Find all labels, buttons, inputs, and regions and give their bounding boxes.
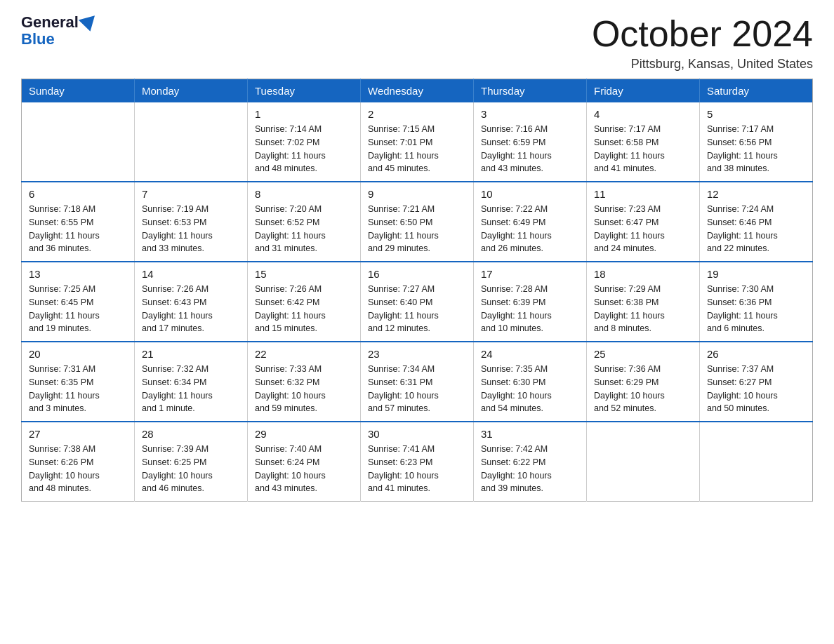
day-info: Sunrise: 7:20 AM Sunset: 6:52 PM Dayligh… (255, 203, 353, 255)
day-number: 31 (481, 428, 579, 440)
day-info: Sunrise: 7:34 AM Sunset: 6:31 PM Dayligh… (368, 363, 466, 415)
day-info: Sunrise: 7:24 AM Sunset: 6:46 PM Dayligh… (707, 203, 805, 255)
calendar-cell: 7Sunrise: 7:19 AM Sunset: 6:53 PM Daylig… (135, 182, 248, 262)
day-number: 17 (481, 268, 579, 280)
day-info: Sunrise: 7:17 AM Sunset: 6:58 PM Dayligh… (594, 123, 692, 175)
day-info: Sunrise: 7:37 AM Sunset: 6:27 PM Dayligh… (707, 363, 805, 415)
calendar-cell (135, 102, 248, 182)
day-header-sunday: Sunday (22, 79, 135, 103)
day-info: Sunrise: 7:28 AM Sunset: 6:39 PM Dayligh… (481, 283, 579, 335)
day-number: 7 (142, 188, 240, 200)
day-header-tuesday: Tuesday (248, 79, 361, 103)
calendar-cell (22, 102, 135, 182)
month-title: October 2024 (592, 14, 813, 54)
day-info: Sunrise: 7:42 AM Sunset: 6:22 PM Dayligh… (481, 443, 579, 495)
day-header-thursday: Thursday (474, 79, 587, 103)
day-number: 28 (142, 428, 240, 440)
day-info: Sunrise: 7:16 AM Sunset: 6:59 PM Dayligh… (481, 123, 579, 175)
calendar-cell: 1Sunrise: 7:14 AM Sunset: 7:02 PM Daylig… (248, 102, 361, 182)
days-header-row: SundayMondayTuesdayWednesdayThursdayFrid… (22, 79, 813, 103)
calendar-cell: 3Sunrise: 7:16 AM Sunset: 6:59 PM Daylig… (474, 102, 587, 182)
day-number: 23 (368, 348, 466, 360)
calendar-cell: 15Sunrise: 7:26 AM Sunset: 6:42 PM Dayli… (248, 262, 361, 342)
day-number: 2 (368, 108, 466, 120)
day-number: 11 (594, 188, 692, 200)
calendar-cell: 20Sunrise: 7:31 AM Sunset: 6:35 PM Dayli… (22, 342, 135, 422)
week-row-1: 1Sunrise: 7:14 AM Sunset: 7:02 PM Daylig… (22, 102, 813, 182)
calendar-cell: 9Sunrise: 7:21 AM Sunset: 6:50 PM Daylig… (361, 182, 474, 262)
day-info: Sunrise: 7:40 AM Sunset: 6:24 PM Dayligh… (255, 443, 353, 495)
calendar-cell: 11Sunrise: 7:23 AM Sunset: 6:47 PM Dayli… (587, 182, 700, 262)
day-number: 29 (255, 428, 353, 440)
calendar-cell: 30Sunrise: 7:41 AM Sunset: 6:23 PM Dayli… (361, 422, 474, 502)
day-number: 10 (481, 188, 579, 200)
week-row-3: 13Sunrise: 7:25 AM Sunset: 6:45 PM Dayli… (22, 262, 813, 342)
day-info: Sunrise: 7:19 AM Sunset: 6:53 PM Dayligh… (142, 203, 240, 255)
calendar-cell: 25Sunrise: 7:36 AM Sunset: 6:29 PM Dayli… (587, 342, 700, 422)
day-info: Sunrise: 7:15 AM Sunset: 7:01 PM Dayligh… (368, 123, 466, 175)
day-info: Sunrise: 7:21 AM Sunset: 6:50 PM Dayligh… (368, 203, 466, 255)
day-info: Sunrise: 7:18 AM Sunset: 6:55 PM Dayligh… (29, 203, 127, 255)
location-text: Pittsburg, Kansas, United States (592, 57, 813, 72)
day-info: Sunrise: 7:39 AM Sunset: 6:25 PM Dayligh… (142, 443, 240, 495)
week-row-4: 20Sunrise: 7:31 AM Sunset: 6:35 PM Dayli… (22, 342, 813, 422)
logo-general-text: General (21, 14, 79, 31)
title-section: October 2024 Pittsburg, Kansas, United S… (592, 14, 813, 72)
week-row-2: 6Sunrise: 7:18 AM Sunset: 6:55 PM Daylig… (22, 182, 813, 262)
day-number: 18 (594, 268, 692, 280)
day-info: Sunrise: 7:30 AM Sunset: 6:36 PM Dayligh… (707, 283, 805, 335)
day-info: Sunrise: 7:17 AM Sunset: 6:56 PM Dayligh… (707, 123, 805, 175)
calendar-cell: 17Sunrise: 7:28 AM Sunset: 6:39 PM Dayli… (474, 262, 587, 342)
day-info: Sunrise: 7:22 AM Sunset: 6:49 PM Dayligh… (481, 203, 579, 255)
day-info: Sunrise: 7:32 AM Sunset: 6:34 PM Dayligh… (142, 363, 240, 415)
day-number: 4 (594, 108, 692, 120)
day-number: 22 (255, 348, 353, 360)
day-info: Sunrise: 7:26 AM Sunset: 6:43 PM Dayligh… (142, 283, 240, 335)
day-info: Sunrise: 7:14 AM Sunset: 7:02 PM Dayligh… (255, 123, 353, 175)
calendar-cell: 28Sunrise: 7:39 AM Sunset: 6:25 PM Dayli… (135, 422, 248, 502)
calendar-cell: 31Sunrise: 7:42 AM Sunset: 6:22 PM Dayli… (474, 422, 587, 502)
day-header-wednesday: Wednesday (361, 79, 474, 103)
calendar-cell: 16Sunrise: 7:27 AM Sunset: 6:40 PM Dayli… (361, 262, 474, 342)
calendar-cell: 13Sunrise: 7:25 AM Sunset: 6:45 PM Dayli… (22, 262, 135, 342)
calendar-cell: 26Sunrise: 7:37 AM Sunset: 6:27 PM Dayli… (700, 342, 813, 422)
calendar-cell: 6Sunrise: 7:18 AM Sunset: 6:55 PM Daylig… (22, 182, 135, 262)
calendar-cell: 23Sunrise: 7:34 AM Sunset: 6:31 PM Dayli… (361, 342, 474, 422)
day-number: 25 (594, 348, 692, 360)
calendar-cell: 14Sunrise: 7:26 AM Sunset: 6:43 PM Dayli… (135, 262, 248, 342)
day-number: 13 (29, 268, 127, 280)
calendar-cell: 24Sunrise: 7:35 AM Sunset: 6:30 PM Dayli… (474, 342, 587, 422)
day-number: 26 (707, 348, 805, 360)
day-info: Sunrise: 7:31 AM Sunset: 6:35 PM Dayligh… (29, 363, 127, 415)
day-number: 16 (368, 268, 466, 280)
calendar-cell: 4Sunrise: 7:17 AM Sunset: 6:58 PM Daylig… (587, 102, 700, 182)
calendar-cell: 22Sunrise: 7:33 AM Sunset: 6:32 PM Dayli… (248, 342, 361, 422)
calendar-cell: 2Sunrise: 7:15 AM Sunset: 7:01 PM Daylig… (361, 102, 474, 182)
calendar-cell: 27Sunrise: 7:38 AM Sunset: 6:26 PM Dayli… (22, 422, 135, 502)
day-number: 3 (481, 108, 579, 120)
day-number: 6 (29, 188, 127, 200)
day-info: Sunrise: 7:25 AM Sunset: 6:45 PM Dayligh… (29, 283, 127, 335)
day-info: Sunrise: 7:29 AM Sunset: 6:38 PM Dayligh… (594, 283, 692, 335)
day-number: 14 (142, 268, 240, 280)
day-info: Sunrise: 7:26 AM Sunset: 6:42 PM Dayligh… (255, 283, 353, 335)
logo-blue-text: Blue (21, 31, 97, 48)
day-info: Sunrise: 7:41 AM Sunset: 6:23 PM Dayligh… (368, 443, 466, 495)
calendar-cell: 18Sunrise: 7:29 AM Sunset: 6:38 PM Dayli… (587, 262, 700, 342)
day-header-friday: Friday (587, 79, 700, 103)
day-number: 24 (481, 348, 579, 360)
day-number: 9 (368, 188, 466, 200)
day-number: 12 (707, 188, 805, 200)
day-number: 19 (707, 268, 805, 280)
calendar-table: SundayMondayTuesdayWednesdayThursdayFrid… (21, 79, 813, 502)
calendar-cell: 29Sunrise: 7:40 AM Sunset: 6:24 PM Dayli… (248, 422, 361, 502)
day-number: 1 (255, 108, 353, 120)
day-info: Sunrise: 7:35 AM Sunset: 6:30 PM Dayligh… (481, 363, 579, 415)
day-number: 5 (707, 108, 805, 120)
day-info: Sunrise: 7:27 AM Sunset: 6:40 PM Dayligh… (368, 283, 466, 335)
calendar-cell: 10Sunrise: 7:22 AM Sunset: 6:49 PM Dayli… (474, 182, 587, 262)
calendar-cell: 19Sunrise: 7:30 AM Sunset: 6:36 PM Dayli… (700, 262, 813, 342)
day-info: Sunrise: 7:23 AM Sunset: 6:47 PM Dayligh… (594, 203, 692, 255)
week-row-5: 27Sunrise: 7:38 AM Sunset: 6:26 PM Dayli… (22, 422, 813, 502)
day-number: 20 (29, 348, 127, 360)
